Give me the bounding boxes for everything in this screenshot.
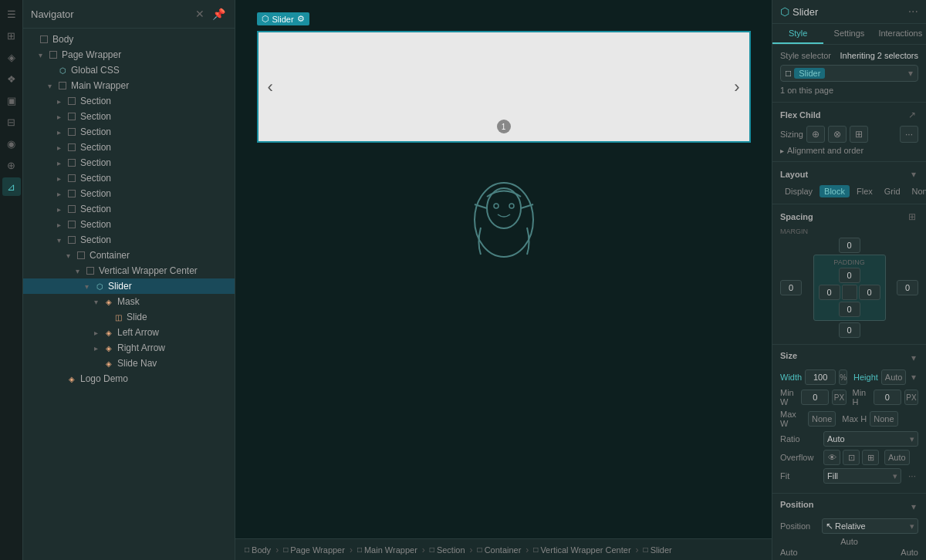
tree-item-section-1[interactable]: ▸ Section: [23, 93, 235, 109]
tree-item-section-2[interactable]: ▸ Section: [23, 109, 235, 124]
sizing-btn-2[interactable]: ⊗: [828, 126, 847, 143]
tree-item-section-8[interactable]: ▸ Section: [23, 201, 235, 217]
tree-toggle-section-5[interactable]: ▸: [57, 159, 66, 167]
layout-collapse-btn[interactable]: ▾: [909, 168, 918, 180]
flex-child-collapse-btn[interactable]: ↗: [906, 109, 918, 121]
tree-toggle-main-wrapper[interactable]: ▾: [48, 82, 57, 90]
tree-item-slide-nav[interactable]: ◈ Slide Nav: [23, 356, 235, 371]
overflow-btn-hidden[interactable]: ⊡: [843, 450, 860, 465]
min-w-input[interactable]: [801, 390, 829, 405]
overflow-auto-value[interactable]: Auto: [884, 450, 910, 465]
fit-value[interactable]: Fill ▾: [823, 468, 901, 484]
tree-item-mask[interactable]: ▾ ◈ Mask: [23, 294, 235, 309]
selector-dropdown[interactable]: □ Slider ▾: [780, 65, 918, 82]
navigator-pin-btn[interactable]: 📌: [211, 6, 227, 22]
breadcrumb-section[interactable]: □ Section: [427, 545, 468, 555]
tree-toggle-section-3[interactable]: ▸: [57, 128, 66, 137]
spacing-more-btn[interactable]: ⊞: [906, 211, 918, 223]
overflow-btn-scroll[interactable]: ⊞: [862, 450, 879, 465]
slider-box[interactable]: ‹ › 1: [257, 31, 751, 143]
navigator-close-btn[interactable]: ✕: [194, 6, 206, 22]
toolbar-navigator-btn[interactable]: ☰: [2, 5, 21, 23]
canvas-scroll[interactable]: ⬡ Slider ⚙ ‹ › 1: [235, 0, 772, 538]
margin-top-val[interactable]: 0: [839, 238, 860, 253]
width-unit[interactable]: %: [839, 369, 847, 385]
display-btn-block[interactable]: Block: [820, 185, 850, 197]
tree-toggle-left-arrow[interactable]: ▸: [94, 329, 103, 337]
toolbar-cms-btn[interactable]: ⊟: [2, 113, 21, 131]
display-btn-grid[interactable]: Grid: [880, 185, 905, 197]
tree-item-vertical-wrapper[interactable]: ▾ Vertical Wrapper Center: [23, 263, 235, 278]
sizing-btn-3[interactable]: ⊞: [850, 126, 868, 143]
margin-left-val[interactable]: 0: [780, 280, 802, 295]
slider-right-nav-btn[interactable]: ›: [734, 77, 739, 97]
tree-item-page-wrapper[interactable]: ▾ Page Wrapper: [23, 47, 235, 62]
max-w-value[interactable]: None: [808, 411, 836, 427]
max-h-value[interactable]: None: [870, 411, 897, 427]
tree-toggle-vertical-wrapper[interactable]: ▾: [76, 267, 85, 275]
tree-item-section-10[interactable]: ▾ Section: [23, 232, 235, 248]
slider-settings-icon[interactable]: ⚙: [297, 14, 305, 24]
tree-toggle-slider[interactable]: ▾: [85, 282, 94, 291]
tree-toggle-section-4[interactable]: ▸: [57, 143, 66, 152]
display-btn-none[interactable]: None: [907, 185, 926, 197]
height-more-btn[interactable]: ▾: [909, 371, 918, 383]
tree-toggle-section-6[interactable]: ▸: [57, 174, 66, 183]
slider-left-nav-btn[interactable]: ‹: [268, 77, 273, 97]
sizing-btn-1[interactable]: ⊕: [806, 126, 825, 143]
breadcrumb-body[interactable]: □ Body: [242, 545, 274, 555]
tree-item-slide[interactable]: ◫ Slide: [23, 309, 235, 325]
height-value[interactable]: Auto: [881, 369, 907, 385]
tree-item-section-7[interactable]: ▸ Section: [23, 186, 235, 201]
tree-item-logo-demo[interactable]: ◈ Logo Demo: [23, 371, 235, 386]
min-h-input[interactable]: [874, 390, 901, 405]
tree-toggle-section-9[interactable]: ▸: [57, 221, 66, 229]
tree-toggle-page-wrapper[interactable]: ▾: [39, 51, 48, 59]
breadcrumb-container[interactable]: □ Container: [475, 545, 525, 555]
tree-item-main-wrapper[interactable]: ▾ Main Wrapper: [23, 78, 235, 93]
tree-item-slider[interactable]: ▾ ⬡ Slider: [23, 278, 235, 294]
tree-item-section-6[interactable]: ▸ Section: [23, 170, 235, 186]
tree-item-section-5[interactable]: ▸ Section: [23, 155, 235, 170]
tab-style[interactable]: Style: [772, 24, 823, 44]
panel-more-btn[interactable]: ···: [908, 5, 918, 19]
toolbar-pages-btn[interactable]: ⊞: [2, 26, 21, 45]
tree-toggle-section-8[interactable]: ▸: [57, 205, 66, 214]
tab-settings[interactable]: Settings: [823, 24, 874, 44]
margin-bottom-val[interactable]: 0: [839, 322, 860, 338]
tree-toggle-section-2[interactable]: ▸: [57, 113, 66, 121]
toolbar-ecomm-btn[interactable]: ⊕: [2, 156, 21, 174]
toolbar-assets-btn[interactable]: ◈: [2, 48, 21, 66]
padding-right-val[interactable]: 0: [859, 285, 880, 300]
display-btn-flex[interactable]: Flex: [852, 185, 877, 197]
sizing-more-btn[interactable]: ···: [900, 126, 918, 143]
ratio-value[interactable]: Auto ▾: [823, 431, 918, 447]
toolbar-components-btn[interactable]: ❖: [2, 69, 21, 88]
tree-toggle-section-1[interactable]: ▸: [57, 97, 66, 106]
breadcrumb-vertical-wrapper-center[interactable]: □ Vertical Wrapper Center: [530, 545, 634, 555]
tree-toggle-mask[interactable]: ▾: [94, 298, 103, 306]
tree-item-left-arrow[interactable]: ▸ ◈ Left Arrow: [23, 325, 235, 340]
tree-toggle-right-arrow[interactable]: ▸: [94, 344, 103, 353]
tab-interactions[interactable]: Interactions: [875, 24, 926, 44]
tree-toggle-section-10[interactable]: ▾: [57, 236, 66, 245]
toolbar-logic-btn[interactable]: ⊿: [2, 177, 21, 196]
position-collapse-btn[interactable]: ▾: [909, 501, 918, 513]
tree-item-section-3[interactable]: ▸ Section: [23, 124, 235, 140]
toolbar-users-btn[interactable]: ◉: [2, 134, 21, 153]
position-dropdown[interactable]: ↖ Relative ▾: [822, 518, 918, 534]
margin-right-val[interactable]: 0: [897, 280, 918, 295]
tree-item-right-arrow[interactable]: ▸ ◈ Right Arrow: [23, 340, 235, 356]
breadcrumb-main-wrapper[interactable]: □ Main Wrapper: [354, 545, 421, 555]
padding-top-val[interactable]: 0: [839, 268, 860, 283]
tree-toggle-container[interactable]: ▾: [66, 251, 76, 260]
tree-item-container[interactable]: ▾ Container: [23, 248, 235, 263]
tree-toggle-section-7[interactable]: ▸: [57, 190, 66, 198]
tree-item-global-css[interactable]: ⬡ Global CSS: [23, 62, 235, 78]
fit-more-btn[interactable]: ···: [906, 470, 918, 482]
size-collapse-btn[interactable]: ▾: [909, 352, 918, 364]
min-w-unit[interactable]: PX: [832, 390, 846, 405]
tree-item-section-9[interactable]: ▸ Section: [23, 217, 235, 232]
breadcrumb-slider[interactable]: □ Slider: [640, 545, 675, 555]
width-input[interactable]: [805, 369, 836, 385]
